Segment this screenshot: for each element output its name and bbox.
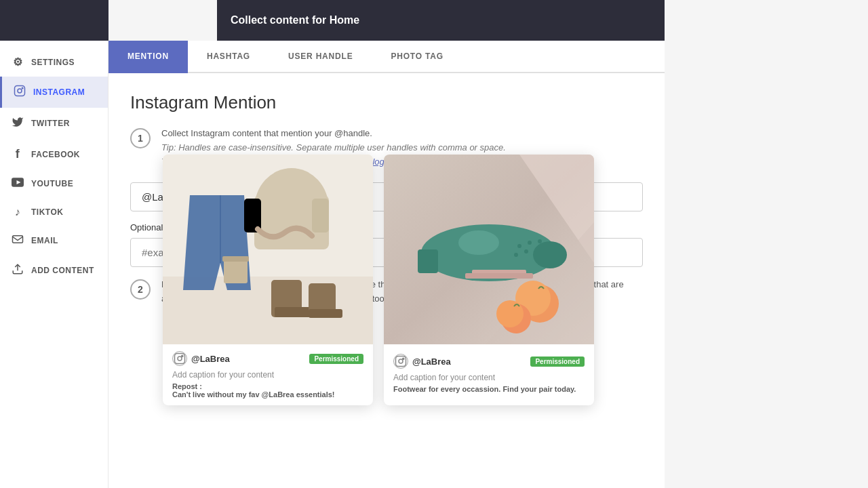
main-content: MENTION HASHTAG USER HANDLE PHOTO TAG In… (108, 41, 665, 488)
svg-point-22 (182, 355, 183, 357)
svg-rect-5 (13, 236, 23, 243)
step-1-line1: Collect Instagram content that mention y… (161, 127, 506, 141)
sidebar-item-instagram[interactable]: INSTAGRAM (0, 77, 108, 108)
svg-point-27 (533, 241, 567, 268)
svg-rect-17 (309, 309, 342, 318)
sidebar-item-email[interactable]: EMAIL (0, 226, 108, 255)
svg-point-29 (517, 244, 521, 248)
settings-icon: ⚙ (11, 56, 24, 68)
svg-point-31 (538, 239, 542, 243)
card-1-username: @LaBrea (191, 354, 230, 364)
card-2: @LaBrea Permissioned Add caption for you… (384, 155, 594, 405)
svg-point-2 (22, 87, 23, 89)
card-1: @LaBrea Permissioned Add caption for you… (163, 155, 373, 405)
step-2-number: 2 (130, 279, 151, 300)
card-2-user-info: @LaBrea (393, 354, 451, 369)
svg-point-21 (178, 357, 182, 361)
tab-photo-tag[interactable]: PHOTO TAG (372, 41, 462, 73)
sidebar-item-facebook[interactable]: f FACEBOOK (0, 139, 108, 169)
tab-hashtag[interactable]: HASHTAG (188, 41, 269, 73)
card-2-badge: Permissioned (530, 357, 585, 367)
sidebar-item-tiktok[interactable]: ♪ TIKTOK (0, 198, 108, 226)
tabs-bar: MENTION HASHTAG USER HANDLE PHOTO TAG (108, 41, 665, 73)
sidebar-item-youtube[interactable]: YOUTUBE (0, 169, 108, 198)
twitter-icon (11, 116, 24, 131)
instagram-icon (13, 85, 26, 100)
card-2-repost: Footwear for every occassion. Find your … (393, 385, 585, 393)
svg-rect-15 (275, 307, 312, 317)
sidebar-item-settings[interactable]: ⚙ SETTINGS (0, 47, 108, 77)
svg-point-43 (403, 358, 404, 359)
card-1-badge: Permissioned (309, 354, 363, 364)
card-2-user-row: @LaBrea Permissioned (393, 354, 585, 369)
card-1-footer: @LaBrea Permissioned Add caption for you… (163, 344, 373, 405)
card-2-caption-label: Add caption for your content (393, 373, 585, 382)
content-area: Instagram Mention 1 Collect Instagram co… (108, 73, 665, 488)
svg-point-30 (528, 241, 532, 245)
svg-rect-13 (312, 199, 329, 232)
svg-point-42 (399, 359, 403, 363)
page-title: Collect content for Home (231, 14, 359, 26)
svg-rect-28 (418, 249, 438, 273)
sidebar-item-add-content[interactable]: ADD CONTENT (0, 255, 108, 286)
svg-rect-41 (396, 357, 406, 367)
svg-rect-0 (15, 86, 25, 96)
step-1-number: 1 (130, 128, 151, 148)
add-content-icon (11, 263, 24, 278)
card-1-user-info: @LaBrea (172, 351, 230, 366)
email-icon (11, 235, 24, 247)
svg-rect-20 (175, 354, 185, 364)
svg-point-1 (18, 89, 22, 93)
tiktok-icon: ♪ (11, 206, 24, 218)
card-1-caption-label: Add caption for your content (172, 370, 363, 380)
tab-mention[interactable]: MENTION (108, 41, 188, 73)
right-panel (665, 41, 868, 488)
svg-rect-19 (222, 256, 249, 262)
sidebar-item-twitter[interactable]: TWITTER (0, 108, 108, 139)
card-1-repost: Repost : Can't live without my fav @LaBr… (172, 382, 363, 399)
youtube-icon (11, 178, 24, 190)
card-2-footer: @LaBrea Permissioned Add caption for you… (384, 347, 594, 400)
tab-user-handle[interactable]: USER HANDLE (269, 41, 372, 73)
svg-point-34 (458, 230, 499, 255)
card-1-image (163, 155, 373, 344)
section-title: Instagram Mention (130, 92, 643, 113)
svg-point-32 (514, 253, 518, 257)
cards-preview: @LaBrea Permissioned Add caption for you… (163, 155, 594, 405)
card-1-avatar (172, 351, 187, 366)
card-2-username: @LaBrea (412, 357, 451, 367)
svg-point-40 (496, 300, 524, 327)
card-1-user-row: @LaBrea Permissioned (172, 351, 363, 366)
svg-point-33 (524, 249, 528, 253)
card-2-image (384, 155, 594, 347)
facebook-icon: f (11, 147, 24, 161)
card-2-avatar (393, 354, 408, 369)
step-1-tip: Tip: Handles are case-insensitive. Separ… (161, 141, 506, 155)
sidebar: ⚙ SETTINGS INSTAGRAM TWITTER f F (0, 41, 108, 488)
svg-rect-36 (465, 273, 533, 279)
